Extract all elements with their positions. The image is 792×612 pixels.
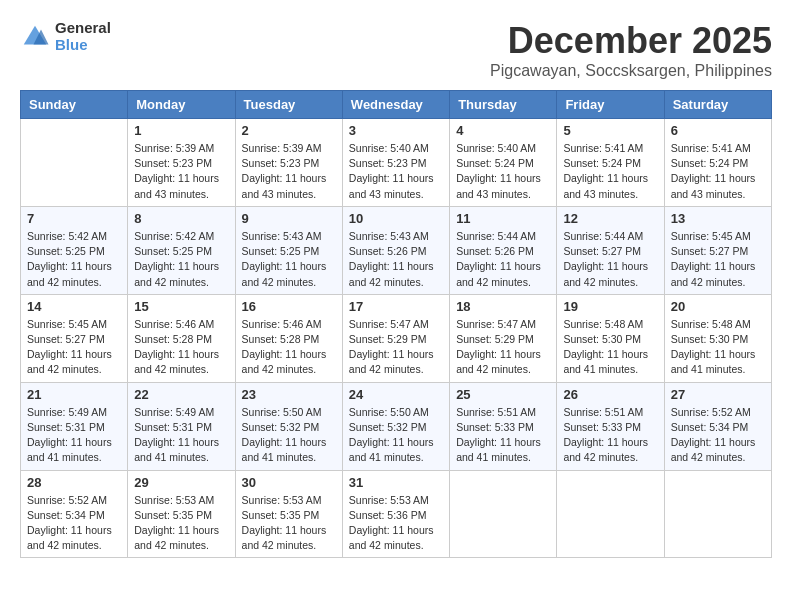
cell-info: Sunrise: 5:39 AMSunset: 5:23 PMDaylight:… (134, 141, 228, 202)
day-number: 31 (349, 475, 443, 490)
cell-info: Sunrise: 5:43 AMSunset: 5:26 PMDaylight:… (349, 229, 443, 290)
calendar-cell: 5Sunrise: 5:41 AMSunset: 5:24 PMDaylight… (557, 119, 664, 207)
day-number: 10 (349, 211, 443, 226)
cell-info: Sunrise: 5:50 AMSunset: 5:32 PMDaylight:… (349, 405, 443, 466)
cell-info: Sunrise: 5:47 AMSunset: 5:29 PMDaylight:… (349, 317, 443, 378)
cell-info: Sunrise: 5:47 AMSunset: 5:29 PMDaylight:… (456, 317, 550, 378)
cell-info: Sunrise: 5:53 AMSunset: 5:35 PMDaylight:… (242, 493, 336, 554)
cell-info: Sunrise: 5:50 AMSunset: 5:32 PMDaylight:… (242, 405, 336, 466)
title-section: December 2025 Pigcawayan, Soccsksargen, … (490, 20, 772, 80)
logo-line2: Blue (55, 37, 111, 54)
calendar-cell: 17Sunrise: 5:47 AMSunset: 5:29 PMDayligh… (342, 294, 449, 382)
weekday-header: Saturday (664, 91, 771, 119)
day-number: 15 (134, 299, 228, 314)
calendar-cell: 16Sunrise: 5:46 AMSunset: 5:28 PMDayligh… (235, 294, 342, 382)
day-number: 14 (27, 299, 121, 314)
day-number: 11 (456, 211, 550, 226)
weekday-header: Wednesday (342, 91, 449, 119)
calendar-week-row: 1Sunrise: 5:39 AMSunset: 5:23 PMDaylight… (21, 119, 772, 207)
cell-info: Sunrise: 5:51 AMSunset: 5:33 PMDaylight:… (563, 405, 657, 466)
day-number: 7 (27, 211, 121, 226)
day-number: 19 (563, 299, 657, 314)
cell-info: Sunrise: 5:40 AMSunset: 5:24 PMDaylight:… (456, 141, 550, 202)
page-header: General Blue December 2025 Pigcawayan, S… (20, 20, 772, 80)
day-number: 13 (671, 211, 765, 226)
calendar-cell: 29Sunrise: 5:53 AMSunset: 5:35 PMDayligh… (128, 470, 235, 558)
calendar-cell (21, 119, 128, 207)
logo-text: General Blue (55, 20, 111, 53)
calendar-cell: 15Sunrise: 5:46 AMSunset: 5:28 PMDayligh… (128, 294, 235, 382)
calendar-cell: 8Sunrise: 5:42 AMSunset: 5:25 PMDaylight… (128, 206, 235, 294)
cell-info: Sunrise: 5:40 AMSunset: 5:23 PMDaylight:… (349, 141, 443, 202)
cell-info: Sunrise: 5:49 AMSunset: 5:31 PMDaylight:… (27, 405, 121, 466)
calendar-cell: 27Sunrise: 5:52 AMSunset: 5:34 PMDayligh… (664, 382, 771, 470)
calendar-cell: 7Sunrise: 5:42 AMSunset: 5:25 PMDaylight… (21, 206, 128, 294)
calendar-cell: 18Sunrise: 5:47 AMSunset: 5:29 PMDayligh… (450, 294, 557, 382)
day-number: 23 (242, 387, 336, 402)
calendar-cell: 14Sunrise: 5:45 AMSunset: 5:27 PMDayligh… (21, 294, 128, 382)
cell-info: Sunrise: 5:52 AMSunset: 5:34 PMDaylight:… (671, 405, 765, 466)
day-number: 9 (242, 211, 336, 226)
cell-info: Sunrise: 5:48 AMSunset: 5:30 PMDaylight:… (671, 317, 765, 378)
day-number: 6 (671, 123, 765, 138)
calendar-cell: 23Sunrise: 5:50 AMSunset: 5:32 PMDayligh… (235, 382, 342, 470)
day-number: 2 (242, 123, 336, 138)
cell-info: Sunrise: 5:53 AMSunset: 5:35 PMDaylight:… (134, 493, 228, 554)
day-number: 27 (671, 387, 765, 402)
calendar-cell: 3Sunrise: 5:40 AMSunset: 5:23 PMDaylight… (342, 119, 449, 207)
day-number: 29 (134, 475, 228, 490)
logo-line1: General (55, 20, 111, 37)
cell-info: Sunrise: 5:42 AMSunset: 5:25 PMDaylight:… (27, 229, 121, 290)
calendar-cell: 24Sunrise: 5:50 AMSunset: 5:32 PMDayligh… (342, 382, 449, 470)
cell-info: Sunrise: 5:41 AMSunset: 5:24 PMDaylight:… (671, 141, 765, 202)
weekday-header: Tuesday (235, 91, 342, 119)
calendar-cell: 25Sunrise: 5:51 AMSunset: 5:33 PMDayligh… (450, 382, 557, 470)
cell-info: Sunrise: 5:39 AMSunset: 5:23 PMDaylight:… (242, 141, 336, 202)
cell-info: Sunrise: 5:42 AMSunset: 5:25 PMDaylight:… (134, 229, 228, 290)
calendar-cell (450, 470, 557, 558)
weekday-header: Friday (557, 91, 664, 119)
calendar-week-row: 21Sunrise: 5:49 AMSunset: 5:31 PMDayligh… (21, 382, 772, 470)
day-number: 25 (456, 387, 550, 402)
day-number: 18 (456, 299, 550, 314)
day-number: 17 (349, 299, 443, 314)
calendar-cell: 11Sunrise: 5:44 AMSunset: 5:26 PMDayligh… (450, 206, 557, 294)
cell-info: Sunrise: 5:48 AMSunset: 5:30 PMDaylight:… (563, 317, 657, 378)
location-title: Pigcawayan, Soccsksargen, Philippines (490, 62, 772, 80)
cell-info: Sunrise: 5:51 AMSunset: 5:33 PMDaylight:… (456, 405, 550, 466)
day-number: 26 (563, 387, 657, 402)
weekday-header-row: SundayMondayTuesdayWednesdayThursdayFrid… (21, 91, 772, 119)
day-number: 21 (27, 387, 121, 402)
calendar-cell: 28Sunrise: 5:52 AMSunset: 5:34 PMDayligh… (21, 470, 128, 558)
day-number: 3 (349, 123, 443, 138)
calendar-cell: 31Sunrise: 5:53 AMSunset: 5:36 PMDayligh… (342, 470, 449, 558)
day-number: 8 (134, 211, 228, 226)
calendar-cell: 20Sunrise: 5:48 AMSunset: 5:30 PMDayligh… (664, 294, 771, 382)
day-number: 4 (456, 123, 550, 138)
cell-info: Sunrise: 5:53 AMSunset: 5:36 PMDaylight:… (349, 493, 443, 554)
cell-info: Sunrise: 5:52 AMSunset: 5:34 PMDaylight:… (27, 493, 121, 554)
calendar-week-row: 28Sunrise: 5:52 AMSunset: 5:34 PMDayligh… (21, 470, 772, 558)
calendar-cell: 30Sunrise: 5:53 AMSunset: 5:35 PMDayligh… (235, 470, 342, 558)
calendar-body: 1Sunrise: 5:39 AMSunset: 5:23 PMDaylight… (21, 119, 772, 558)
calendar-cell: 4Sunrise: 5:40 AMSunset: 5:24 PMDaylight… (450, 119, 557, 207)
day-number: 28 (27, 475, 121, 490)
calendar-cell: 22Sunrise: 5:49 AMSunset: 5:31 PMDayligh… (128, 382, 235, 470)
day-number: 12 (563, 211, 657, 226)
calendar-header: SundayMondayTuesdayWednesdayThursdayFrid… (21, 91, 772, 119)
calendar: SundayMondayTuesdayWednesdayThursdayFrid… (20, 90, 772, 558)
day-number: 22 (134, 387, 228, 402)
weekday-header: Thursday (450, 91, 557, 119)
calendar-cell (557, 470, 664, 558)
logo-icon (20, 22, 50, 52)
calendar-cell: 12Sunrise: 5:44 AMSunset: 5:27 PMDayligh… (557, 206, 664, 294)
weekday-header: Monday (128, 91, 235, 119)
weekday-header: Sunday (21, 91, 128, 119)
cell-info: Sunrise: 5:46 AMSunset: 5:28 PMDaylight:… (134, 317, 228, 378)
day-number: 20 (671, 299, 765, 314)
calendar-cell: 13Sunrise: 5:45 AMSunset: 5:27 PMDayligh… (664, 206, 771, 294)
calendar-cell: 21Sunrise: 5:49 AMSunset: 5:31 PMDayligh… (21, 382, 128, 470)
day-number: 1 (134, 123, 228, 138)
calendar-cell: 10Sunrise: 5:43 AMSunset: 5:26 PMDayligh… (342, 206, 449, 294)
calendar-cell: 1Sunrise: 5:39 AMSunset: 5:23 PMDaylight… (128, 119, 235, 207)
